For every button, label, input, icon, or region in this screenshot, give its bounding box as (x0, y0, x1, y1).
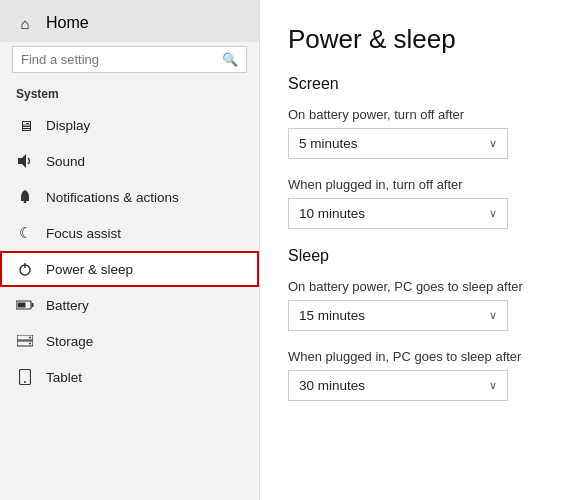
display-icon: 🖥 (16, 116, 34, 134)
sidebar-item-tablet[interactable]: Tablet (0, 359, 259, 395)
search-icon: 🔍 (222, 52, 238, 67)
svg-point-9 (29, 337, 31, 339)
sidebar-item-label: Notifications & actions (46, 190, 179, 205)
sleep-battery-dropdown[interactable]: 15 minutes ∨ (288, 300, 508, 331)
chevron-down-icon: ∨ (489, 207, 497, 220)
screen-section-title: Screen (288, 75, 542, 93)
tablet-icon (16, 368, 34, 386)
sidebar-item-label: Sound (46, 154, 85, 169)
screen-plugged-dropdown[interactable]: 10 minutes ∨ (288, 198, 508, 229)
home-label: Home (46, 14, 89, 32)
sleep-plugged-dropdown[interactable]: 30 minutes ∨ (288, 370, 508, 401)
sidebar-item-label: Focus assist (46, 226, 121, 241)
home-icon: ⌂ (16, 14, 34, 32)
sidebar-item-sound[interactable]: Sound (0, 143, 259, 179)
sidebar-item-battery[interactable]: Battery (0, 287, 259, 323)
sidebar-item-label: Display (46, 118, 90, 133)
screen-plugged-label: When plugged in, turn off after (288, 177, 542, 192)
sound-icon (16, 152, 34, 170)
sidebar-item-focus[interactable]: ☾ Focus assist (0, 215, 259, 251)
search-box[interactable]: 🔍 (12, 46, 247, 73)
screen-battery-dropdown[interactable]: 5 minutes ∨ (288, 128, 508, 159)
svg-marker-0 (18, 154, 26, 168)
sidebar-item-power[interactable]: Power & sleep (0, 251, 259, 287)
search-input[interactable] (21, 52, 222, 67)
sidebar-item-display[interactable]: 🖥 Display (0, 107, 259, 143)
svg-rect-6 (18, 303, 26, 308)
power-icon (16, 260, 34, 278)
sleep-plugged-value: 30 minutes (299, 378, 365, 393)
screen-battery-label: On battery power, turn off after (288, 107, 542, 122)
sleep-battery-label: On battery power, PC goes to sleep after (288, 279, 542, 294)
chevron-down-icon: ∨ (489, 309, 497, 322)
sidebar-item-label: Battery (46, 298, 89, 313)
svg-point-10 (29, 343, 31, 345)
sidebar-home-button[interactable]: ⌂ Home (0, 0, 259, 42)
screen-battery-value: 5 minutes (299, 136, 358, 151)
svg-rect-1 (24, 201, 27, 203)
chevron-down-icon: ∨ (489, 137, 497, 150)
page-title: Power & sleep (288, 24, 542, 55)
sleep-section-title: Sleep (288, 247, 542, 265)
main-content: Power & sleep Screen On battery power, t… (260, 0, 570, 500)
sidebar-item-storage[interactable]: Storage (0, 323, 259, 359)
svg-point-12 (24, 381, 26, 383)
sidebar-item-label: Storage (46, 334, 93, 349)
sidebar-item-label: Tablet (46, 370, 82, 385)
screen-plugged-value: 10 minutes (299, 206, 365, 221)
system-section-label: System (0, 83, 259, 107)
chevron-down-icon: ∨ (489, 379, 497, 392)
storage-icon (16, 332, 34, 350)
sleep-battery-value: 15 minutes (299, 308, 365, 323)
sidebar-item-label: Power & sleep (46, 262, 133, 277)
sleep-plugged-label: When plugged in, PC goes to sleep after (288, 349, 542, 364)
focus-icon: ☾ (16, 224, 34, 242)
notifications-icon (16, 188, 34, 206)
sidebar-item-notifications[interactable]: Notifications & actions (0, 179, 259, 215)
screen-section: Screen On battery power, turn off after … (288, 75, 542, 229)
battery-icon (16, 296, 34, 314)
sidebar: ⌂ Home 🔍 System 🖥 Display Sound Notifica… (0, 0, 260, 500)
svg-rect-5 (32, 303, 34, 307)
sleep-section: Sleep On battery power, PC goes to sleep… (288, 247, 542, 401)
